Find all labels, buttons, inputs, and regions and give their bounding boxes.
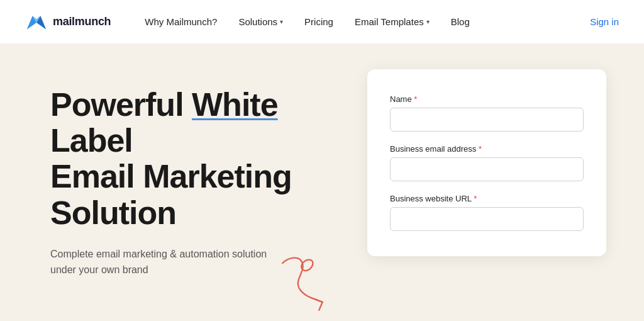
solutions-chevron-icon: ▾ [280, 18, 283, 25]
website-input[interactable] [390, 207, 584, 231]
email-templates-chevron-icon: ▾ [426, 18, 430, 25]
email-field-group: Business email address * [390, 144, 584, 181]
nav-item-blog[interactable]: Blog [442, 11, 479, 32]
email-input[interactable] [390, 157, 584, 181]
decorative-arrow-icon [270, 252, 346, 315]
signup-form-panel: Name * Business email address * Business… [367, 69, 606, 256]
nav-label-email-templates: Email Templates [355, 16, 424, 27]
nav-item-why[interactable]: Why Mailmunch? [136, 11, 226, 32]
name-required-marker: * [414, 94, 417, 104]
nav-item-pricing[interactable]: Pricing [296, 11, 342, 32]
nav-label-why: Why Mailmunch? [145, 16, 217, 27]
nav-label-blog: Blog [451, 16, 470, 27]
svg-marker-2 [36, 16, 46, 30]
website-field-group: Business website URL * [390, 194, 584, 231]
nav-links: Why Mailmunch? Solutions ▾ Pricing Email… [136, 11, 590, 32]
website-required-marker: * [474, 194, 477, 203]
hero-left-content: Powerful White Label Email Marketing Sol… [0, 44, 367, 321]
website-label: Business website URL * [390, 194, 584, 203]
hero-section: Powerful White Label Email Marketing Sol… [0, 44, 644, 321]
name-input[interactable] [390, 108, 584, 132]
navbar: mailmunch Why Mailmunch? Solutions ▾ Pri… [0, 0, 644, 44]
nav-item-email-templates[interactable]: Email Templates ▾ [346, 11, 438, 32]
name-field-group: Name * [390, 94, 584, 132]
hero-title-white: White [192, 86, 278, 123]
mailmunch-logo-icon [25, 11, 48, 33]
nav-label-pricing: Pricing [304, 16, 333, 27]
brand-name: mailmunch [53, 15, 111, 28]
nav-item-solutions[interactable]: Solutions ▾ [230, 11, 292, 32]
sign-in-link[interactable]: Sign in [590, 16, 619, 27]
name-label: Name * [390, 94, 584, 104]
hero-title: Powerful White Label Email Marketing Sol… [50, 87, 330, 231]
email-label: Business email address * [390, 144, 584, 154]
nav-label-solutions: Solutions [238, 16, 277, 27]
email-required-marker: * [479, 144, 482, 154]
logo-link[interactable]: mailmunch [25, 11, 111, 33]
svg-marker-1 [27, 16, 36, 30]
hero-subtitle: Complete email marketing & automation so… [50, 246, 277, 278]
